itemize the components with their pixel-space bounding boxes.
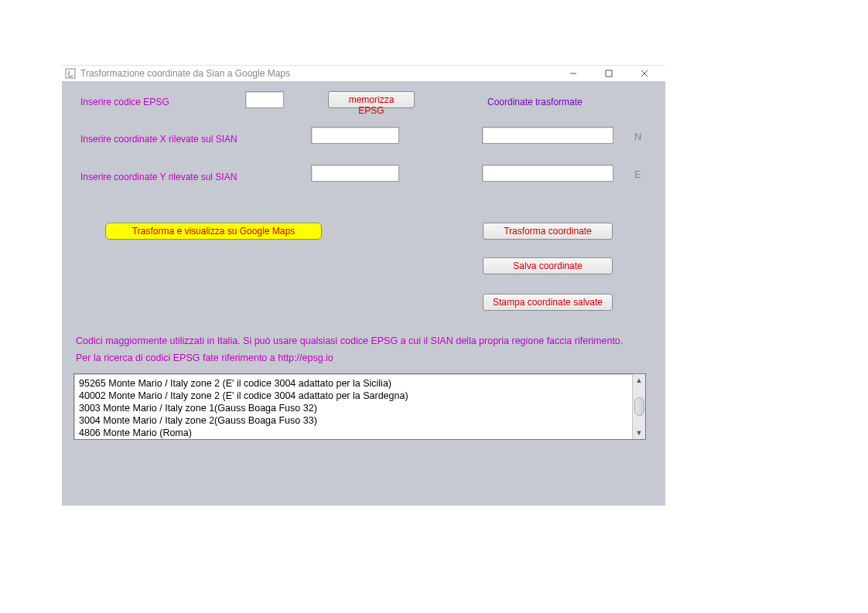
trasforma-visualizza-button[interactable]: Trasforma e visualizza su Google Maps [105,223,322,240]
output-n-input[interactable] [482,127,613,144]
trasforma-coordinate-button[interactable]: Trasforma coordinate [483,223,613,240]
label-epsg: Inserire codice EPSG [80,97,169,107]
label-coord-transformed: Coordinate trasformate [487,97,583,107]
memorizza-epsg-button[interactable]: memorizza EPSG [328,91,415,108]
scroll-up-arrow-icon[interactable]: ▲ [633,374,645,387]
coord-x-input[interactable] [311,127,399,144]
client-area: Inserire codice EPSG memorizza EPSG Coor… [62,81,665,506]
epsg-codes-textarea[interactable]: 95265 Monte Mario / Italy zone 2 (E' il … [73,373,646,440]
stampa-coordinate-button[interactable]: Stampa coordinate salvate [483,294,613,311]
svg-rect-2 [606,70,612,77]
scroll-down-arrow-icon[interactable]: ▼ [633,427,645,439]
close-button[interactable] [627,66,662,81]
titlebar: Trasformazione coordinate da Sian a Goog… [62,66,665,81]
app-window: Trasformazione coordinate da Sian a Goog… [62,65,665,506]
window-title: Trasformazione coordinate da Sian a Goog… [80,68,290,79]
maximize-button[interactable] [591,66,627,81]
label-north: N [634,131,641,142]
epsg-input[interactable] [245,91,284,108]
svg-line-4 [641,70,648,77]
java-app-icon [65,68,76,79]
svg-line-3 [641,70,648,77]
minimize-button[interactable] [555,66,591,81]
info-line-2: Per la ricerca di codici EPSG fate rifer… [76,352,333,363]
info-line-1: Codici maggiormente utilizzati in Italia… [76,335,623,346]
salva-coordinate-button[interactable]: Salva coordinate [483,257,613,274]
epsg-io-link[interactable]: http://epsg.io [278,352,333,363]
output-e-input[interactable] [482,165,613,182]
vertical-scrollbar[interactable]: ▲ ▼ [632,374,645,439]
label-east: E [634,169,641,180]
label-coord-y: Inserire coordinate Y rilevate sul SIAN [80,172,237,182]
info-line-2-text: Per la ricerca di codici EPSG fate rifer… [76,352,278,363]
coord-y-input[interactable] [311,165,399,182]
epsg-codes-content: 95265 Monte Mario / Italy zone 2 (E' il … [74,374,632,439]
label-coord-x: Inserire coordinate X rilevate sul SIAN [80,134,238,145]
scroll-thumb[interactable] [634,397,644,416]
